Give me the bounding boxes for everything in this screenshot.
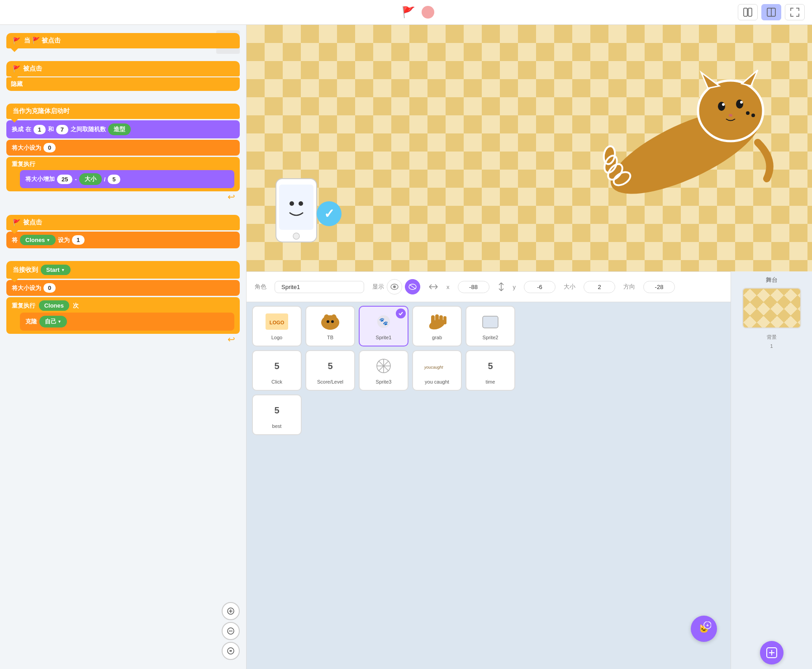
svg-text:LOGO: LOGO: [270, 320, 285, 325]
sprite-label-scorelevel: Score/Level: [317, 379, 343, 384]
sprite-card-sprite3[interactable]: Sprite3: [359, 350, 408, 391]
check-badge: ✓: [317, 201, 342, 226]
hide-block[interactable]: 隐藏: [6, 77, 240, 91]
svg-point-49: [327, 320, 329, 323]
val-5[interactable]: 5: [108, 175, 120, 184]
svg-point-28: [718, 102, 725, 111]
flag-icon-1: 🚩: [13, 37, 20, 44]
top-bar-center: 🚩: [402, 6, 434, 19]
set-size-block[interactable]: 将大小设为 0: [6, 140, 240, 156]
stage-sidebar: 舞台 背景 1: [731, 271, 812, 669]
sprite-card-grab[interactable]: grab: [412, 306, 462, 346]
sprite-card-best[interactable]: 5 best: [252, 394, 302, 435]
hat-label-3: 当作为克隆体启动时: [13, 107, 70, 115]
green-flag-button[interactable]: 🚩: [402, 6, 415, 19]
cat-sprite: [586, 52, 776, 224]
to-label: 设为: [58, 236, 70, 244]
clone-block[interactable]: 克隆 自己 ▼: [20, 313, 234, 331]
arrow-y-icon: [498, 282, 505, 292]
sprite-label-logo: Logo: [271, 335, 282, 340]
set-label: 将: [12, 236, 18, 244]
svg-rect-1: [748, 8, 752, 16]
svg-point-22: [699, 81, 762, 140]
set-clones-block[interactable]: 将 Clones ▼ 设为 1: [6, 232, 240, 248]
zoom-reset-button[interactable]: [222, 642, 240, 660]
hat-block-2[interactable]: 🚩 被点击: [6, 61, 240, 76]
hat-label-2: 被点击: [23, 65, 42, 73]
add-backdrop-button[interactable]: [760, 641, 784, 664]
size-input[interactable]: [584, 281, 615, 293]
show-hidden-button[interactable]: [405, 279, 420, 294]
block-group-2: 🚩 被点击 隐藏: [6, 61, 240, 91]
sprite-card-sprite2[interactable]: Sprite2: [465, 306, 515, 346]
block-group-3: 当作为克隆体启动时 换成 在 1 和 7 之间取随机数 造型 将大小设为 0 重…: [6, 104, 240, 202]
view-buttons: [738, 4, 805, 20]
fullscreen-button[interactable]: [785, 4, 805, 20]
svg-rect-56: [439, 315, 443, 324]
size-val-0[interactable]: 0: [43, 143, 56, 152]
show-visible-button[interactable]: [387, 279, 402, 294]
hat-block-1[interactable]: 🚩 当 🚩 被点击: [6, 33, 240, 48]
direction-label: 方向: [623, 283, 635, 291]
top-bar: 🚩: [0, 0, 812, 25]
hat-block-3[interactable]: 当作为克隆体启动时: [6, 104, 240, 119]
set-size-0-block[interactable]: 将大小设为 0: [6, 280, 240, 296]
sprite-card-youcaught[interactable]: youcaught you caught: [412, 350, 462, 391]
clones-var-2[interactable]: Clones: [39, 300, 69, 311]
val-25[interactable]: 25: [57, 175, 72, 184]
size-zero[interactable]: 0: [43, 283, 56, 293]
sprite-grid: LOGO Logo: [252, 306, 725, 435]
sprite-label-youcaught: you caught: [425, 379, 449, 384]
code-panel: 🐾 🚩 当 🚩 被点击 🚩 被点击 隐藏 当作为克隆体启动时: [0, 25, 247, 669]
y-input[interactable]: [524, 281, 556, 293]
sprite-name-input[interactable]: [275, 281, 364, 293]
sprite-label: 角色: [255, 283, 266, 291]
sprite-img-sprite1: 🐾: [370, 310, 397, 333]
hat-block-4[interactable]: 🚩 被点击: [6, 215, 240, 230]
repeat-clones-block[interactable]: 重复执行 Clones 次 克隆 自己 ▼: [6, 297, 240, 334]
sprite-card-logo[interactable]: LOGO Logo: [252, 306, 302, 346]
val-1[interactable]: 1: [72, 235, 84, 245]
costume-label[interactable]: 造型: [108, 123, 131, 135]
clones-var[interactable]: Clones ▼: [20, 235, 56, 245]
sprite-card-scorelevel[interactable]: 5 Score/Level: [305, 350, 355, 391]
set-size-label-2: 将大小设为: [12, 284, 41, 292]
stop-button[interactable]: [422, 6, 434, 19]
svg-rect-12: [230, 650, 232, 652]
sprite-card-time[interactable]: 5 time: [465, 350, 515, 391]
direction-input[interactable]: [643, 281, 675, 293]
change-size-block[interactable]: 将大小增加 25 - 大小 / 5: [20, 170, 234, 188]
size-var[interactable]: 大小: [79, 173, 102, 185]
x-input[interactable]: [458, 281, 489, 293]
sprite-card-tb[interactable]: TB: [305, 306, 355, 346]
sprite-img-logo: LOGO: [263, 310, 290, 333]
svg-point-29: [736, 100, 743, 109]
stage-thumbnail[interactable]: [742, 288, 801, 328]
num-7[interactable]: 7: [56, 125, 68, 134]
self-var[interactable]: 自己 ▼: [39, 316, 67, 327]
sprite-panel: 角色 显示: [247, 271, 731, 669]
repeat-label: 重复执行: [12, 161, 35, 167]
svg-rect-55: [435, 314, 439, 324]
hat-label-5: 当接收到: [13, 266, 38, 274]
start-msg[interactable]: Start ▼: [41, 265, 71, 275]
sprite-card-click[interactable]: 5 Click: [252, 350, 302, 391]
sprite-num-scorelevel: 5: [317, 355, 344, 377]
arrow-x-icon: [428, 283, 438, 290]
costume-block[interactable]: 换成 在 1 和 7 之间取随机数 造型: [6, 120, 240, 138]
switch-label: 换成 在: [12, 125, 31, 133]
add-sprite-fab[interactable]: 🐱 +: [691, 616, 717, 642]
zoom-out-button[interactable]: [222, 622, 240, 640]
repeat-block[interactable]: 重复执行 将大小增加 25 - 大小 / 5: [6, 157, 240, 191]
sprite-img-sprite2: [477, 310, 504, 333]
x-label: x: [446, 284, 450, 290]
hat-block-5[interactable]: 当接收到 Start ▼: [6, 261, 240, 279]
num-1[interactable]: 1: [33, 125, 46, 134]
split-view-button[interactable]: [738, 4, 758, 20]
svg-rect-58: [483, 316, 498, 328]
zoom-in-button[interactable]: [222, 602, 240, 620]
sprite-card-sprite1[interactable]: 🐾 Sprite1: [359, 306, 408, 346]
code-view-button[interactable]: [761, 4, 781, 20]
svg-point-46: [321, 315, 339, 330]
sprite-label-best: best: [272, 423, 282, 429]
